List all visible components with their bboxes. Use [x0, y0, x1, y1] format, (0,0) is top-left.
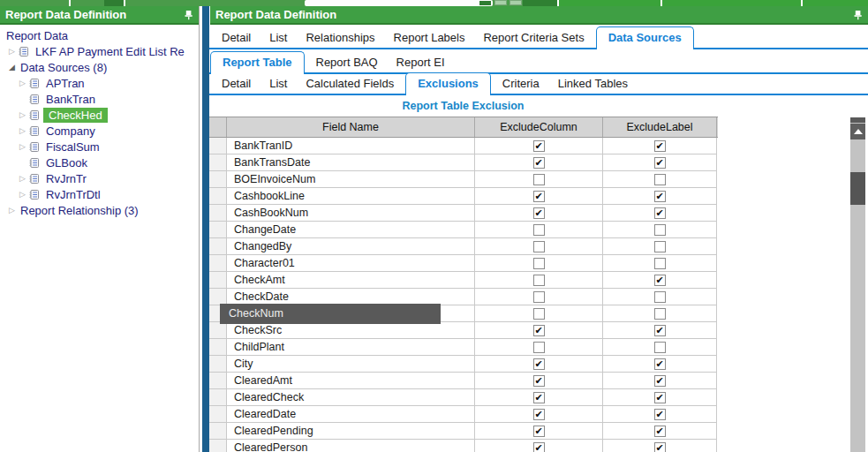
tree-item-checkhed[interactable]: ▷ CheckHed: [0, 107, 199, 123]
exclude-column-checkbox[interactable]: [533, 442, 545, 452]
table-row-boeinvoicenum[interactable]: BOEInvoiceNum: [209, 171, 718, 188]
tab-calculated-fields[interactable]: Calculated Fields: [298, 73, 401, 94]
row-selector-cell[interactable]: [209, 423, 227, 440]
tree-expander-icon[interactable]: ▷: [6, 47, 18, 56]
tab-list[interactable]: List: [262, 27, 294, 48]
column-header-field-name[interactable]: Field Name: [227, 117, 475, 137]
exclude-column-checkbox[interactable]: [533, 291, 545, 303]
exclude-column-checkbox[interactable]: [533, 308, 545, 320]
exclude-column-checkbox[interactable]: [533, 174, 545, 185]
tree-expander-icon[interactable]: ▷: [17, 79, 28, 87]
tree-item-company[interactable]: ▷ Company: [0, 123, 199, 139]
exclude-label-checkbox[interactable]: [654, 174, 666, 185]
table-row-clearedamt[interactable]: ClearedAmt: [209, 373, 718, 389]
exclude-label-checkbox[interactable]: [654, 375, 666, 387]
table-row-changedate[interactable]: ChangeDate: [209, 222, 718, 238]
field-name-cell[interactable]: Character01: [227, 255, 475, 272]
row-selector-cell[interactable]: [209, 272, 227, 289]
field-name-cell[interactable]: ClearedCheck: [227, 389, 475, 406]
row-selector-cell[interactable]: [209, 205, 227, 222]
row-selector-cell[interactable]: [209, 339, 227, 356]
row-selector-cell[interactable]: [209, 255, 227, 272]
field-name-cell[interactable]: ClearedPending: [227, 423, 475, 440]
table-row-banktranid[interactable]: BankTranID: [209, 138, 718, 154]
table-row-changedby[interactable]: ChangedBy: [209, 238, 718, 255]
field-name-cell[interactable]: BankTransDate: [227, 154, 475, 171]
table-row-clearedcheck[interactable]: ClearedCheck: [209, 389, 718, 406]
tab-detail[interactable]: Detail: [215, 27, 258, 48]
tab-report-ei[interactable]: Report EI: [389, 52, 452, 72]
exclude-column-checkbox[interactable]: [533, 358, 545, 370]
tab-list[interactable]: List: [262, 73, 294, 94]
exclude-label-checkbox[interactable]: [654, 308, 666, 320]
table-row-checkamt[interactable]: CheckAmt: [209, 272, 718, 289]
table-row-childplant[interactable]: ChildPlant: [209, 339, 718, 356]
pin-button[interactable]: [183, 10, 193, 20]
field-name-cell[interactable]: ClearedDate: [227, 406, 475, 423]
vertical-scrollbar[interactable]: [850, 117, 865, 452]
exclude-label-checkbox[interactable]: [654, 157, 666, 169]
tab-detail[interactable]: Detail: [215, 73, 258, 94]
exclude-column-checkbox[interactable]: [533, 207, 545, 219]
row-selector-cell[interactable]: [209, 238, 227, 255]
tree-item-data-sources-8[interactable]: ◢Data Sources (8): [0, 59, 199, 75]
row-selector-cell[interactable]: [209, 373, 227, 389]
field-name-cell[interactable]: ClearedAmt: [227, 373, 475, 389]
table-row-clearedperson[interactable]: ClearedPerson: [209, 440, 718, 452]
exclude-column-checkbox[interactable]: [533, 325, 545, 336]
scrollbar-splitter-handle[interactable]: [850, 117, 865, 123]
exclude-label-checkbox[interactable]: [654, 258, 666, 269]
tree-item-banktran[interactable]: BankTran: [0, 91, 199, 107]
tree-expander-icon[interactable]: ▷: [17, 174, 28, 183]
row-selector-cell[interactable]: [209, 171, 227, 188]
exclude-column-checkbox[interactable]: [533, 157, 545, 169]
exclude-label-checkbox[interactable]: [654, 426, 666, 437]
exclude-label-checkbox[interactable]: [654, 409, 666, 420]
row-selector-cell[interactable]: [209, 188, 227, 205]
table-row-cashbookline[interactable]: CashbookLine: [209, 188, 718, 205]
exclude-column-checkbox[interactable]: [533, 342, 545, 353]
row-selector-cell[interactable]: [209, 356, 227, 373]
tree-expander-icon[interactable]: ▷: [17, 110, 28, 119]
tab-exclusions[interactable]: Exclusions: [405, 72, 491, 94]
exclude-label-checkbox[interactable]: [654, 140, 666, 152]
exclude-column-checkbox[interactable]: [533, 409, 545, 420]
tab-report-baq[interactable]: Report BAQ: [309, 52, 385, 72]
field-name-cell[interactable]: CashBookNum: [227, 205, 475, 222]
exclude-label-checkbox[interactable]: [654, 342, 666, 353]
scrollbar-thumb[interactable]: [850, 172, 865, 205]
tree-item-lkf-ap-payment-edit-list-re[interactable]: ▷ LKF AP Payment Edit List Re: [0, 43, 199, 59]
table-row-banktransdate[interactable]: BankTransDate: [209, 154, 718, 171]
tree-item-report-relationship-3[interactable]: ▷Report Relationship (3): [0, 202, 199, 218]
row-selector-cell[interactable]: [209, 389, 227, 406]
tree-item-glbook[interactable]: GLBook: [0, 154, 199, 170]
exclude-column-checkbox[interactable]: [533, 426, 545, 437]
row-selector-cell[interactable]: [209, 222, 227, 238]
field-name-cell[interactable]: CashbookLine: [227, 188, 475, 205]
exclude-label-checkbox[interactable]: [654, 191, 666, 202]
exclude-column-checkbox[interactable]: [533, 140, 545, 152]
exclude-label-checkbox[interactable]: [654, 442, 666, 452]
tab-criteria[interactable]: Criteria: [495, 73, 547, 94]
tab-linked-tables[interactable]: Linked Tables: [551, 73, 635, 94]
field-name-cell[interactable]: ChangeDate: [227, 222, 475, 238]
exclude-column-checkbox[interactable]: [533, 375, 545, 387]
tree-item-rvjrntr[interactable]: ▷ RvJrnTr: [0, 170, 199, 186]
table-row-character01[interactable]: Character01: [209, 255, 718, 272]
selected-cell-overlay[interactable]: CheckNum: [220, 304, 441, 324]
exclude-label-checkbox[interactable]: [654, 224, 666, 236]
field-name-cell[interactable]: ClearedPerson: [227, 440, 475, 452]
exclude-column-checkbox[interactable]: [533, 224, 545, 236]
tab-report-criteria-sets[interactable]: Report Criteria Sets: [476, 27, 591, 48]
row-selector-cell[interactable]: [209, 440, 227, 452]
exclude-label-checkbox[interactable]: [654, 392, 666, 403]
tree-expander-icon[interactable]: ◢: [6, 63, 18, 72]
table-row-checksrc[interactable]: CheckSrc: [209, 322, 718, 339]
exclude-label-checkbox[interactable]: [654, 275, 666, 286]
panel-divider[interactable]: [202, 6, 209, 452]
table-row-city[interactable]: City: [209, 356, 718, 373]
exclude-label-checkbox[interactable]: [654, 207, 666, 219]
table-row-cleareddate[interactable]: ClearedDate: [209, 406, 718, 423]
exclude-column-checkbox[interactable]: [533, 241, 545, 252]
exclude-label-checkbox[interactable]: [654, 241, 666, 252]
